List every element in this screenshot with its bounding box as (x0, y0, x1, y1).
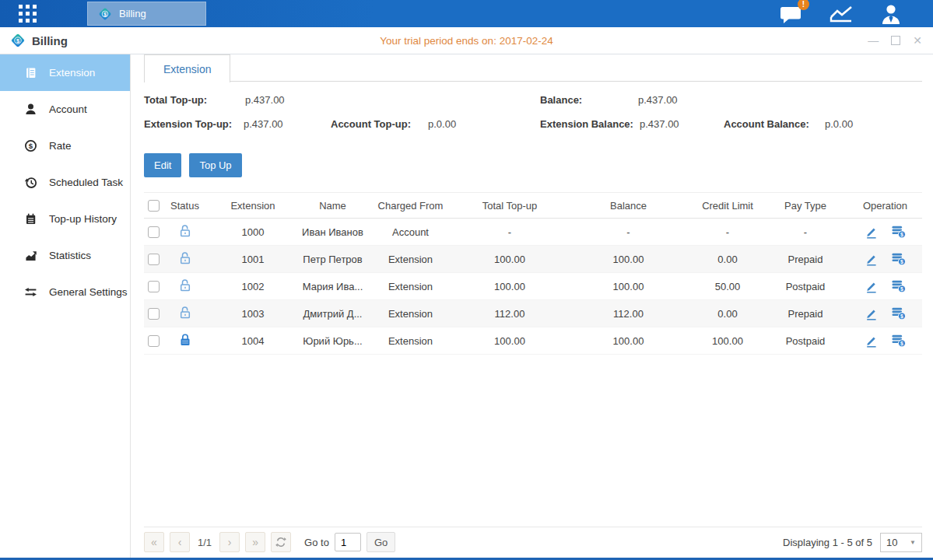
extension-topup-label: Extension Top-up: (144, 118, 232, 130)
action-buttons: Edit Top Up (144, 153, 922, 177)
first-page-button[interactable]: « (144, 532, 164, 552)
page-size-value: 10 (886, 537, 897, 548)
cell-balance: 100.00 (564, 273, 693, 300)
cell-credit-limit: 0.00 (693, 246, 763, 273)
edit-row-icon[interactable] (865, 225, 879, 239)
cell-total-topup: - (455, 219, 564, 246)
svg-text:$: $ (900, 286, 903, 292)
cell-balance: - (564, 219, 693, 246)
tab-strip: Extension (144, 54, 922, 82)
tab-label: Extension (163, 63, 211, 75)
table-row: 1003Дмитрий Д...Extension112.00112.000.0… (144, 300, 922, 327)
topbar-tab-billing[interactable]: $ Billing (87, 2, 206, 26)
svg-text:$: $ (29, 142, 33, 150)
user-menu-button[interactable] (880, 3, 902, 24)
account-topup-label: Account Top-up: (331, 118, 411, 130)
reports-button[interactable] (829, 5, 854, 23)
notifications-button[interactable]: ! (780, 4, 802, 24)
page-size-select[interactable]: 10 ▼ (880, 533, 922, 552)
history-clock-icon (24, 176, 37, 189)
sidebar-item-topup-history[interactable]: Top-up History (0, 201, 130, 237)
apps-grid-menu-button[interactable] (0, 5, 54, 23)
sidebar-item-rate[interactable]: $ Rate (0, 128, 130, 164)
status-unlocked-icon (178, 251, 192, 265)
svg-text:$: $ (103, 11, 107, 17)
topup-row-icon[interactable]: $ (891, 225, 907, 239)
last-page-button[interactable]: » (245, 532, 265, 552)
billing-diamond-icon: $ (97, 6, 113, 22)
extension-table-body: 1000Иван ИвановAccount---- $ 1001Петр Пе… (144, 219, 922, 355)
edit-row-icon[interactable] (865, 279, 879, 293)
edit-button[interactable]: Edit (144, 153, 181, 177)
top-up-button[interactable]: Top Up (189, 153, 241, 177)
cell-pay-type: Prepaid (763, 246, 848, 273)
goto-page-input[interactable] (335, 533, 361, 551)
col-name: Name (300, 193, 366, 219)
edit-row-icon[interactable] (865, 252, 879, 266)
cell-name: Дмитрий Д... (300, 300, 366, 327)
row-checkbox[interactable] (148, 335, 160, 347)
billing-diamond-icon: $ (9, 32, 26, 49)
dollar-circle-icon: $ (24, 139, 37, 152)
row-checkbox[interactable] (148, 226, 160, 238)
maximize-button[interactable] (891, 36, 900, 45)
apps-grid-icon (19, 5, 37, 23)
cell-charged-from: Extension (366, 327, 455, 355)
topup-row-icon[interactable]: $ (891, 334, 907, 348)
table-row: 1004Юрий Юрь...Extension100.00100.00100.… (144, 327, 922, 355)
cell-extension: 1004 (206, 327, 300, 355)
minimize-button[interactable]: — (868, 35, 879, 46)
sidebar-item-general-settings[interactable]: General Settings (0, 274, 130, 310)
cell-credit-limit: - (693, 219, 763, 246)
ledger-icon (24, 66, 37, 79)
cell-extension: 1001 (206, 246, 300, 273)
extension-topup-value: p.437.00 (244, 118, 283, 130)
close-button[interactable]: ✕ (913, 35, 922, 46)
sidebar-item-label: Extension (49, 67, 95, 79)
cell-pay-type: Prepaid (763, 300, 848, 327)
topup-row-icon[interactable]: $ (891, 252, 907, 266)
refresh-button[interactable] (271, 532, 291, 552)
total-topup-value: p.437.00 (245, 94, 285, 106)
cell-charged-from: Account (366, 219, 455, 246)
cell-total-topup: 100.00 (455, 246, 564, 273)
row-checkbox[interactable] (148, 308, 160, 320)
row-checkbox[interactable] (148, 281, 160, 292)
topup-row-icon[interactable]: $ (891, 306, 907, 320)
account-topup-value: p.0.00 (428, 118, 456, 130)
row-checkbox[interactable] (148, 254, 160, 265)
svg-text:$: $ (900, 232, 903, 238)
displaying-text: Displaying 1 - 5 of 5 (783, 537, 872, 548)
next-page-button[interactable]: › (219, 532, 240, 552)
top-menu-bar: $ Billing ! (0, 0, 933, 27)
sidebar-item-statistics[interactable]: Statistics (0, 237, 130, 274)
person-icon (24, 103, 37, 116)
goto-label: Go to (304, 537, 329, 548)
status-locked-icon (178, 333, 192, 347)
cell-balance: 112.00 (564, 300, 693, 327)
svg-text:$: $ (900, 313, 903, 320)
sliders-icon (24, 285, 37, 299)
account-balance-label: Account Balance: (724, 118, 809, 130)
sidebar-item-account[interactable]: Account (0, 91, 130, 128)
notification-badge: ! (798, 0, 809, 10)
edit-row-icon[interactable] (865, 306, 879, 320)
go-button[interactable]: Go (367, 532, 395, 552)
page-indicator: 1/1 (198, 537, 212, 548)
extension-balance-label: Extension Balance: (540, 118, 633, 130)
line-chart-icon (829, 5, 854, 23)
pager-controls: « ‹ 1/1 › » Go to Go (144, 532, 395, 552)
balance-summary: Total Top-up: p.437.00 Balance: p.437.00… (144, 94, 922, 142)
sidebar-item-extension[interactable]: Extension (0, 54, 130, 91)
cell-pay-type: Postpaid (763, 273, 848, 300)
extension-table: Status Extension Name Charged From Total… (144, 192, 922, 355)
col-pay-type: Pay Type (763, 193, 848, 219)
notepad-icon (24, 212, 37, 226)
select-all-checkbox[interactable] (148, 200, 160, 212)
topup-row-icon[interactable]: $ (891, 279, 907, 293)
tab-extension[interactable]: Extension (144, 54, 230, 82)
edit-row-icon[interactable] (865, 334, 879, 348)
topbar-tab-label: Billing (119, 8, 146, 19)
sidebar-item-scheduled-task[interactable]: Scheduled Task (0, 164, 130, 201)
prev-page-button[interactable]: ‹ (170, 532, 190, 552)
